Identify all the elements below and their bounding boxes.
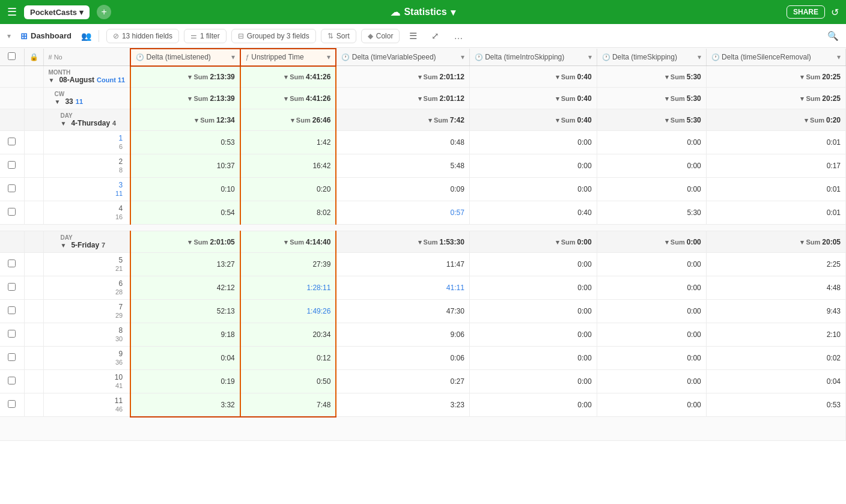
table-row: 1146 3:32 7:48 3:23 0:00 0:00 0:53 xyxy=(0,393,846,417)
cell-silenceRemoval-2: 0:17 xyxy=(706,154,845,178)
cell-timeListened-8: 9:18 xyxy=(130,323,240,347)
col-icon-unstrippedTime: ƒ xyxy=(246,53,249,61)
expand-button[interactable]: ⤢ xyxy=(427,28,444,44)
month-chevron[interactable] xyxy=(49,77,55,83)
thursday-chevron[interactable] xyxy=(61,120,67,127)
row-no: 1041 xyxy=(43,370,130,393)
checkbox-header[interactable] xyxy=(0,49,24,66)
hamburger-icon[interactable]: ☰ xyxy=(7,5,17,19)
cell-silenceRemoval-10: 0:04 xyxy=(706,370,845,393)
statistics-dropdown-icon[interactable]: ▾ xyxy=(451,7,455,18)
col-header-timeIntroSkipping[interactable]: 🕐 Delta (timeIntroSkipping) ▾ xyxy=(469,49,597,66)
cell-introSkipping-3: 0:00 xyxy=(469,178,597,201)
col-sort-timeVariableSpeed[interactable]: ▾ xyxy=(461,53,464,61)
month-checkbox[interactable] xyxy=(0,66,24,88)
select-all-checkbox[interactable] xyxy=(8,52,16,60)
hidden-fields-icon: ⊘ xyxy=(113,32,119,40)
more-options-button[interactable]: … xyxy=(449,28,467,43)
cell-variableSpeed-2: 5:48 xyxy=(336,154,469,178)
cell-timeListened-6: 42:12 xyxy=(130,276,240,300)
day-friday-value[interactable]: 5-Friday 7 xyxy=(61,241,126,249)
friday-sum-unstrippedTime: ▾ Sum 4:14:40 xyxy=(240,231,336,253)
col-header-timeSilenceRemoval[interactable]: 🕐 Delta (timeSilenceRemoval) ▾ xyxy=(706,49,845,66)
col-header-unstrippedTime[interactable]: ƒ Unstripped Time ▾ xyxy=(240,49,336,66)
cell-silenceRemoval-4: 0:01 xyxy=(706,201,845,225)
cell-timeListened-5: 13:27 xyxy=(130,253,240,276)
col-sort-timeListened[interactable]: ▾ xyxy=(231,53,235,61)
grouped-by-button[interactable]: ⊟ Grouped by 3 fields xyxy=(231,29,316,43)
cw-value[interactable]: 33 11 xyxy=(55,97,126,106)
cell-introSkipping-11: 0:00 xyxy=(469,393,597,417)
col-header-timeVariableSpeed[interactable]: 🕐 Delta (timeVariableSpeed) ▾ xyxy=(336,49,469,66)
cell-unstripped-7: 1:49:26 xyxy=(240,300,336,323)
cell-skipping-9: 0:00 xyxy=(597,347,706,370)
group-row-thursday: DAY 4-Thursday 4 ▾ Sum 12:34 ▾ Sum 26:46… xyxy=(0,109,846,131)
row-checkbox[interactable] xyxy=(8,353,16,361)
cw-chevron[interactable] xyxy=(55,99,61,105)
row-checkbox[interactable] xyxy=(8,306,16,314)
cell-introSkipping-1: 0:00 xyxy=(469,131,597,154)
rownum-header[interactable]: # No xyxy=(43,49,130,66)
col-sort-timeSkipping[interactable]: ▾ xyxy=(698,53,701,61)
share-button[interactable]: SHARE xyxy=(787,5,825,19)
cell-silenceRemoval-11: 0:53 xyxy=(706,393,845,417)
cell-timeListened-3: 0:10 xyxy=(130,178,240,201)
col-sort-unstrippedTime[interactable]: ▾ xyxy=(327,53,330,61)
row-checkbox[interactable] xyxy=(8,400,16,408)
sort-button[interactable]: ⇅ Sort xyxy=(321,29,356,43)
spacer-row xyxy=(0,225,846,231)
day-thursday-value[interactable]: 4-Thursday 4 xyxy=(61,119,126,127)
row-checkbox[interactable] xyxy=(8,377,16,384)
cell-unstripped-10: 0:50 xyxy=(240,370,336,393)
friday-chevron[interactable] xyxy=(61,242,67,249)
row-checkbox[interactable] xyxy=(8,138,16,145)
cell-introSkipping-10: 0:00 xyxy=(469,370,597,393)
col-sort-timeSilenceRemoval[interactable]: ▾ xyxy=(837,53,841,61)
row-height-button[interactable]: ☰ xyxy=(404,28,422,44)
month-value[interactable]: 08-August Count 11 xyxy=(49,76,126,84)
row-checkbox[interactable] xyxy=(8,330,16,338)
table-row: 28 10:37 16:42 5:48 0:00 0:00 0:17 xyxy=(0,154,846,178)
col-header-timeSkipping[interactable]: 🕐 Delta (timeSkipping) ▾ xyxy=(597,49,706,66)
search-button[interactable]: 🔍 xyxy=(827,31,839,41)
top-nav: ☰ PocketCasts ▾ + ☁ Statistics ▾ SHARE ↺ xyxy=(0,0,846,24)
add-view-button[interactable]: + xyxy=(97,5,111,19)
row-checkbox[interactable] xyxy=(8,260,16,267)
col-sort-timeIntroSkipping[interactable]: ▾ xyxy=(588,53,592,61)
hidden-fields-button[interactable]: ⊘ 13 hidden fields xyxy=(106,29,179,43)
table-row: 1041 0:19 0:50 0:27 0:00 0:00 0:04 xyxy=(0,370,846,393)
cell-skipping-6: 0:00 xyxy=(597,276,706,300)
color-button[interactable]: ◆ Color xyxy=(361,29,400,43)
bottom-spacer-row xyxy=(0,417,846,441)
col-header-timeListened[interactable]: 🕐 Delta (timeListened) ▾ xyxy=(130,49,240,66)
cw-label: CW xyxy=(55,91,126,97)
cell-unstripped-3: 0:20 xyxy=(240,178,336,201)
history-icon[interactable]: ↺ xyxy=(831,7,839,18)
group-row-cw: CW 33 11 ▾ Sum 2:13:39 ▾ Sum 4:41:26 ▾ S… xyxy=(0,88,846,109)
filter-icon: ⚌ xyxy=(190,32,197,40)
cell-timeListened-10: 0:19 xyxy=(130,370,240,393)
month-sum-timeSkipping: ▾ Sum 5:30 xyxy=(597,66,706,88)
toolbar: ▾ ⊞ Dashboard 👥 ⊘ 13 hidden fields ⚌ 1 f… xyxy=(0,24,846,48)
row-no: 830 xyxy=(43,323,130,347)
table-container: 🔒 # No 🕐 Delta (timeListened) ▾ ƒ Unstri… xyxy=(0,48,846,504)
app-name-button[interactable]: PocketCasts ▾ xyxy=(24,5,90,19)
row-checkbox[interactable] xyxy=(8,184,16,192)
day-thursday-label: DAY xyxy=(61,112,126,119)
dashboard-view-button[interactable]: ⊞ Dashboard xyxy=(16,29,76,43)
row-checkbox[interactable] xyxy=(8,208,16,216)
table-row: 729 52:13 1:49:26 47:30 0:00 0:00 9:43 xyxy=(0,300,846,323)
cell-unstripped-4: 8:02 xyxy=(240,201,336,225)
collaborators-icon[interactable]: 👥 xyxy=(81,31,91,41)
filter-button[interactable]: ⚌ 1 filter xyxy=(184,29,227,43)
cell-variableSpeed-10: 0:27 xyxy=(336,370,469,393)
cell-introSkipping-7: 0:00 xyxy=(469,300,597,323)
app-name-chevron: ▾ xyxy=(79,8,84,17)
cell-skipping-5: 0:00 xyxy=(597,253,706,276)
view-toggle-arrow[interactable]: ▾ xyxy=(7,32,11,40)
table-row: 830 9:18 20:34 9:06 0:00 0:00 2:10 xyxy=(0,323,846,347)
cell-introSkipping-9: 0:00 xyxy=(469,347,597,370)
row-checkbox[interactable] xyxy=(8,283,16,291)
row-checkbox[interactable] xyxy=(8,161,16,169)
cell-skipping-1: 0:00 xyxy=(597,131,706,154)
